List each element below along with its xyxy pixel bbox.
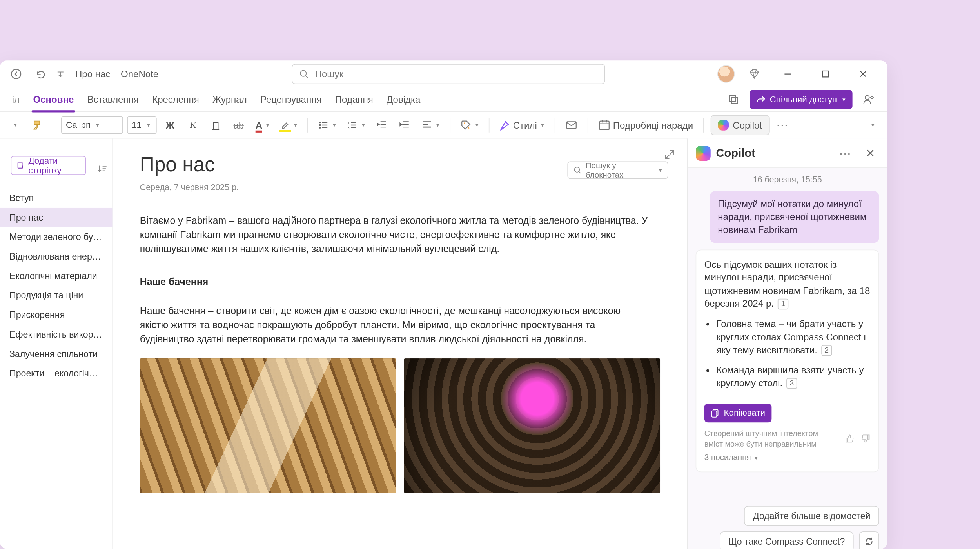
copy-icon [711,409,720,417]
qat-customize-icon[interactable] [55,65,66,84]
outdent-button[interactable] [372,115,391,134]
mail-icon[interactable] [562,115,581,134]
open-in-app-icon[interactable] [724,90,743,109]
svg-point-8 [319,127,321,128]
nav-item[interactable]: Відновлювана енергія… [0,247,112,266]
bold-button[interactable]: Ж [161,115,180,134]
suggestion-chip[interactable]: Що таке Compass Connect? [720,531,854,549]
indent-button[interactable] [396,115,414,134]
highlight-button[interactable]: ▾ [277,115,301,134]
ribbon-collapse-icon[interactable]: ▾ [863,115,882,134]
tab-review[interactable]: Рецензування [254,87,328,111]
copilot-ribbon-button[interactable]: Copilot [711,115,769,135]
bullet-text: Головна тема – чи брати участь у круглих… [717,318,866,355]
meeting-details-label: Подробиці наради [613,119,693,130]
ai-disclaimer-row: Створений штучним інтелектом вміст може … [704,428,871,449]
svg-point-0 [11,69,21,79]
reference-badge[interactable]: 3 [787,378,797,389]
chevron-down-icon: ▾ [362,122,365,128]
italic-button[interactable]: К [183,115,202,134]
styles-label: Стилі [513,119,537,130]
nav-item[interactable]: Продукція та ціни [0,286,112,305]
tabs-right: Спільний доступ ▾ [724,90,882,109]
collab-icon[interactable] [859,90,878,109]
tab-insert[interactable]: Вставлення [81,87,145,111]
refresh-suggestions-icon[interactable] [859,531,879,549]
paste-drop-icon[interactable]: ▾ [5,115,24,134]
strikethrough-button[interactable]: ab [229,115,248,134]
maximize-button[interactable] [812,65,839,84]
minimize-button[interactable] [775,65,802,84]
reference-badge[interactable]: 2 [821,345,832,356]
vision-paragraph[interactable]: Наше бачення – створити світ, де кожен д… [140,304,651,346]
search-box[interactable] [292,64,605,84]
font-name-value: Calibri [66,120,91,130]
tab-view[interactable]: Подання [328,87,380,111]
tab-draw[interactable]: Креслення [145,87,206,111]
tab-history[interactable]: Журнал [206,87,254,111]
close-icon[interactable] [860,144,879,162]
meeting-details-button[interactable]: Подробиці наради [595,115,696,134]
vision-heading[interactable]: Наше бачення [140,275,651,289]
sort-pages-icon[interactable] [97,163,107,175]
nav-item[interactable]: Прискорення [0,305,112,325]
thumbs-up-icon[interactable] [845,434,855,443]
window-title: Про нас – OneNote [75,69,158,79]
diamond-icon[interactable] [745,65,764,84]
tab-home[interactable]: Основне [26,87,80,111]
add-page-button[interactable]: Додати сторінку [11,156,86,175]
align-button[interactable]: ▾ [418,115,443,134]
copilot-suggestions: Додайте більше відомостей Що таке Compas… [696,479,879,549]
references-toggle[interactable]: 3 посилання ▾ [704,452,871,464]
font-name-select[interactable]: Calibri▾ [61,116,123,134]
underline-button[interactable]: П [207,115,225,134]
font-size-select[interactable]: 11▾ [127,116,156,134]
share-label: Спільний доступ [770,94,837,104]
font-size-value: 11 [132,120,142,130]
chevron-down-icon: ▾ [475,122,479,128]
nav-item[interactable]: Проекти – екологічний … [0,364,112,384]
chevron-down-icon: ▾ [842,96,846,102]
onenote-window: Про нас – OneNote іл Основне Вставлення [0,60,887,549]
image-wood-structure[interactable] [140,358,396,493]
page-date: Середа, 7 червня 2025 р. [140,183,660,192]
nav-item[interactable]: Про нас [0,208,112,227]
titlebar-left: Про нас – OneNote [7,65,158,84]
bullets-button[interactable]: ▾ [315,115,339,134]
numbering-button[interactable]: 123▾ [344,115,368,134]
close-button[interactable] [850,65,877,84]
reference-badge[interactable]: 1 [778,299,788,309]
copy-button[interactable]: Копіювати [704,404,772,422]
image-dome-atrium[interactable] [404,358,660,493]
chevron-down-icon: ▾ [333,122,336,128]
back-icon[interactable] [7,65,25,84]
nav-item[interactable]: Ефективність використ… [0,325,112,344]
nav-item[interactable]: Залучення спільноти [0,344,112,364]
more-icon[interactable]: ··· [836,144,855,162]
styles-button[interactable]: Стилі▾ [496,115,548,134]
page-title[interactable]: Про нас [140,153,660,176]
svg-rect-18 [712,411,717,417]
share-button[interactable]: Спільний доступ ▾ [750,90,852,109]
more-icon[interactable]: ··· [773,115,792,134]
share-icon [756,95,766,104]
format-painter-icon[interactable] [28,115,47,134]
fullscreen-icon[interactable] [664,149,675,160]
copilot-icon [718,119,729,130]
chevron-down-icon: ▾ [755,455,758,462]
undo-icon[interactable] [31,65,50,84]
avatar[interactable] [718,66,734,82]
nav-item[interactable]: Вступ [0,188,112,208]
tab-file-truncated[interactable]: іл [5,87,27,111]
thumbs-down-icon[interactable] [861,434,871,443]
page-intro[interactable]: Вітаємо у Fabrikam – вашого надійного па… [140,214,651,256]
tab-help[interactable]: Довідка [380,87,427,111]
font-color-button[interactable]: А▾ [252,115,273,134]
search-input[interactable] [315,69,597,79]
suggestion-chip[interactable]: Додайте більше відомостей [744,506,879,526]
nav-item[interactable]: Екологічні матеріали [0,266,112,286]
ai-disclaimer: Створений штучним інтелектом вміст може … [704,428,838,449]
tag-button[interactable]: ▾ [457,115,482,134]
page-canvas[interactable]: Про нас Середа, 7 червня 2025 р. Вітаємо… [113,138,687,549]
nav-item[interactable]: Методи зеленого будів… [0,227,112,247]
